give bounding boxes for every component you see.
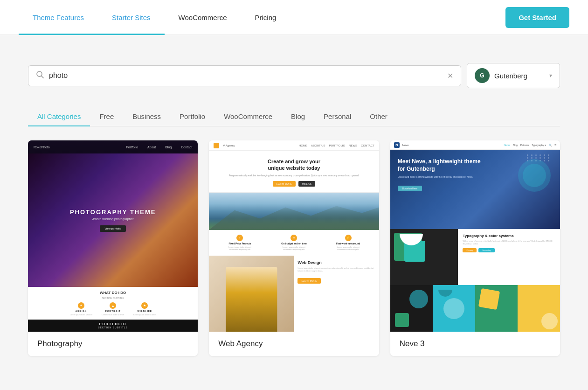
agency-mountain-image: [209, 193, 379, 230]
agency-hero: Create and grow yourunique website today…: [209, 151, 379, 193]
agency-feature-budget: ♦ On budget and on time Lorem ipsum dolo…: [277, 235, 310, 251]
neve-yellow-shapes: [518, 285, 560, 332]
builder-logo: G: [475, 68, 490, 83]
neve-green-shapes: [475, 285, 518, 332]
neve-dark-shapes: [390, 285, 433, 332]
neve-color-teal: [433, 285, 475, 332]
photo-hero-title: PHOTOGRAPHY THEME: [70, 209, 156, 216]
agency-design-desc: Lorem ipsum dolor sit amet, consectetur …: [297, 267, 375, 272]
agency-btns: LEARN MORE HIRE US: [215, 181, 372, 187]
portrait-label: PORTRAIT: [105, 310, 121, 313]
navigation: Theme Features Starter Sites WooCommerce…: [0, 0, 588, 35]
card-neve[interactable]: N Neve HomeBlogPatternsTypography ▾ 🔍☰ M…: [390, 140, 560, 356]
photo-hero-sub: Award winning photographer: [92, 217, 134, 221]
neve-typography-section: Typography & color systems With a range …: [390, 229, 560, 285]
agency-learn-more-btn: LEARN MORE: [273, 181, 296, 187]
photo-hero: PHOTOGRAPHY THEME Award winning photogra…: [28, 153, 198, 287]
card-photography[interactable]: RokoPhoto Portfolio About Blog Contact P…: [28, 140, 198, 356]
cat-tab-blog[interactable]: Blog: [282, 107, 314, 126]
nav-starter-sites[interactable]: Starter Sites: [98, 0, 165, 35]
builder-name-label: Gutenberg: [494, 72, 545, 80]
neve-hero-body: Create and make a strong website with th…: [398, 175, 483, 179]
agency-design-image: [209, 256, 294, 332]
agency-nav: HOMEABOUT USPORTFOLIONEWSCONTACT: [299, 144, 374, 147]
cat-tab-personal[interactable]: Personal: [314, 107, 360, 126]
neve-type-body: With a range of several in the Muller's …: [463, 240, 555, 245]
wildlife-icon: ★: [141, 302, 148, 309]
neve-color-yellow: [518, 285, 560, 332]
neve-secondary-btn: Secondary: [478, 248, 495, 252]
cat-tab-portfolio-label: Portfolio: [180, 112, 205, 120]
cat-tab-free[interactable]: Free: [90, 107, 123, 126]
portrait-icon: ▲: [110, 302, 116, 309]
agency-person-image: [226, 267, 277, 332]
nav-woocommerce[interactable]: WooCommerce: [165, 0, 241, 35]
cat-tab-business-label: Business: [132, 112, 161, 120]
search-input[interactable]: [49, 71, 443, 80]
agency-hero-body: Programmatically work but low hanging fr…: [215, 174, 372, 177]
cat-tab-free-label: Free: [99, 112, 114, 120]
photo-section-sub: SECTION SUBTITLE: [34, 297, 192, 299]
neve-preview-inner: N Neve HomeBlogPatternsTypography ▾ 🔍☰ M…: [390, 140, 560, 332]
cat-tab-blog-label: Blog: [291, 112, 305, 120]
fast-desc: Lorem ipsum dolor sit amet consectetur a…: [332, 246, 365, 251]
main-content: ✕ G Gutenberg ▾ All Categories Free Busi…: [0, 35, 588, 370]
card-agency-preview: V Agency HOMEABOUT USPORTFOLIONEWSCONTAC…: [209, 140, 379, 332]
get-started-button[interactable]: Get Started: [505, 7, 569, 28]
cat-tab-woocommerce[interactable]: WooCommerce: [214, 107, 282, 126]
portrait-desc: Lorem ipsum dolor sit amet: [102, 313, 124, 316]
fixed-price-title: Fixed Price Projects: [228, 242, 251, 245]
fast-icon: ⚡: [345, 235, 352, 241]
aerial-desc: Lorem ipsum dolor sit amet: [70, 313, 92, 316]
neve-type-btns: Primary Secondary: [463, 248, 555, 252]
photo-icon-portrait: ▲ PORTRAIT Lorem ipsum dolor sit amet: [102, 302, 124, 316]
neve-circle-decoration: [518, 159, 555, 196]
neve-color-section: [390, 285, 560, 332]
agency-top-bar: V Agency HOMEABOUT USPORTFOLIONEWSCONTAC…: [209, 140, 379, 151]
category-tabs: All Categories Free Business Portfolio W…: [28, 107, 560, 126]
photo-section-title: WHAT DO I DO: [34, 291, 192, 295]
nav-theme-features[interactable]: Theme Features: [19, 0, 98, 35]
aerial-label: AERIAL: [76, 310, 87, 313]
agency-logo-icon: [214, 143, 219, 148]
neve-type-title: Typography & color systems: [463, 234, 555, 238]
cat-tab-all-label: All Categories: [37, 112, 81, 120]
nav-starter-sites-label: Starter Sites: [112, 14, 151, 21]
neve-type-visual: [390, 229, 458, 285]
neve-color-green: [475, 285, 518, 332]
agency-hire-us-btn: HIRE US: [298, 181, 315, 187]
cat-tab-personal-label: Personal: [324, 112, 351, 120]
agency-design-learn-btn: LEARN MORE: [297, 278, 320, 284]
cards-grid: RokoPhoto Portfolio About Blog Contact P…: [28, 140, 560, 356]
nav-pricing[interactable]: Pricing: [241, 0, 291, 35]
budget-desc: Lorem ipsum dolor sit amet consectetur a…: [277, 246, 310, 251]
chevron-down-icon: ▾: [549, 72, 552, 79]
cat-tab-business[interactable]: Business: [123, 107, 170, 126]
card-photography-label: Photography: [28, 332, 198, 356]
neve-color-dark: [390, 285, 433, 332]
neve-teal-shapes: [433, 285, 475, 332]
cat-tab-portfolio[interactable]: Portfolio: [170, 107, 214, 126]
builder-dropdown[interactable]: G Gutenberg ▾: [467, 63, 560, 88]
nav-woocommerce-label: WooCommerce: [179, 14, 227, 21]
agency-hero-title: Create and grow yourunique website today: [215, 158, 372, 172]
cat-tab-other[interactable]: Other: [360, 107, 397, 126]
photo-view-portfolio-btn: View portfolio: [100, 225, 126, 232]
neve-logo: N: [394, 142, 400, 148]
photo-icon-wildlife: ★ WILDLIFE Lorem ipsum dolor sit amet: [133, 302, 156, 316]
agency-design-title: Web Design: [297, 260, 375, 265]
card-photography-preview: RokoPhoto Portfolio About Blog Contact P…: [28, 140, 198, 332]
agency-design-text: Web Design Lorem ipsum dolor sit amet, c…: [294, 256, 379, 332]
fixed-price-desc: Lorem ipsum dolor sit amet consectetur a…: [223, 246, 256, 251]
search-clear-icon[interactable]: ✕: [447, 71, 453, 80]
cat-tab-all[interactable]: All Categories: [28, 107, 90, 126]
fast-title: Fast work turnaround: [336, 242, 360, 245]
card-agency[interactable]: V Agency HOMEABOUT USPORTFOLIONEWSCONTAC…: [209, 140, 379, 356]
neve-nav: HomeBlogPatternsTypography ▾ 🔍☰: [504, 144, 556, 146]
card-neve-label: Neve 3: [390, 332, 560, 356]
budget-icon: ♦: [291, 235, 297, 241]
svg-line-1: [42, 76, 44, 78]
fixed-price-icon: ✓: [236, 235, 243, 241]
agency-features-row: ✓ Fixed Price Projects Lorem ipsum dolor…: [209, 230, 379, 256]
cat-tab-other-label: Other: [370, 112, 387, 120]
